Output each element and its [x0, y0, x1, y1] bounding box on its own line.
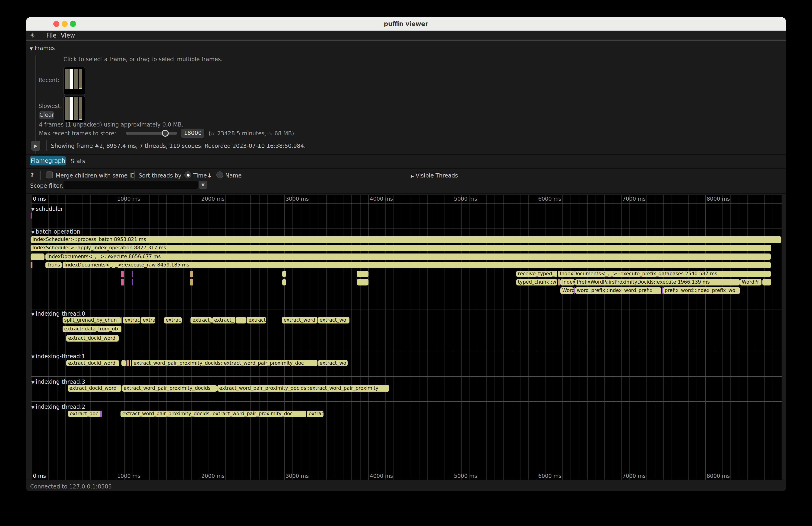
titlebar: puffin viewer [26, 17, 786, 31]
flame-bar[interactable]: Word [560, 287, 574, 294]
slider-knob[interactable] [162, 130, 169, 137]
flame-bar[interactable]: extract_doc [68, 411, 100, 417]
flame-bar[interactable]: extract::data_from_ob [62, 326, 121, 332]
scope-filter-input[interactable] [63, 181, 198, 189]
axis-line [30, 203, 786, 203]
flamegraph-canvas[interactable]: 0 ms0 ms1000 ms1000 ms2000 ms2000 ms3000… [30, 195, 786, 480]
flame-bar[interactable]: typed_chunk::w [516, 279, 557, 285]
thread-label[interactable]: ▼ indexing-thread:1 [31, 353, 85, 360]
tab-stats[interactable]: Stats [70, 158, 85, 164]
flame-bar[interactable]: Trans [45, 262, 62, 268]
menu-view[interactable]: View [61, 32, 75, 39]
flame-bar[interactable] [30, 262, 32, 268]
flame-bar[interactable]: word_prefix::index_word_prefix_ [575, 287, 662, 294]
flame-bar[interactable] [30, 212, 31, 219]
flame-bar[interactable] [132, 279, 133, 285]
flame-bar[interactable] [357, 279, 368, 285]
radio-dot [187, 174, 189, 176]
visible-threads-toggle[interactable]: ▶ Visible Threads [411, 172, 458, 179]
play-button[interactable]: ▶ [31, 141, 40, 151]
flame-bar[interactable] [762, 279, 771, 285]
recent-label: Recent: [39, 77, 60, 84]
max-frames-slider[interactable] [126, 132, 177, 135]
flame-bar[interactable] [190, 279, 193, 285]
flame-bar[interactable]: IndexDocuments<_, _>::execute 8656.677 m… [45, 253, 771, 260]
thread-label[interactable]: ▼ indexing-thread:3 [31, 379, 85, 385]
flame-bar[interactable]: extract_word_pair_proximity_docids::extr… [132, 360, 317, 366]
theme-toggle-icon[interactable]: ☀ [30, 32, 35, 39]
flame-bar[interactable]: extract_docid_word [66, 360, 119, 366]
flame-bar[interactable]: WordPr [740, 279, 762, 285]
max-frames-value[interactable]: 18000 [181, 129, 204, 138]
sort-time-label[interactable]: Time [193, 172, 207, 179]
flame-bar[interactable]: extract_word [282, 317, 317, 323]
flame-bar[interactable] [126, 360, 129, 366]
clear-frames-button[interactable]: Clear [39, 111, 54, 119]
sort-name-label[interactable]: Name [225, 172, 242, 179]
flame-bar[interactable] [662, 287, 663, 294]
flame-bar[interactable]: split_grenad_by_chun [62, 317, 121, 323]
flame-bar[interactable] [123, 271, 124, 277]
flame-bar[interactable] [132, 271, 133, 277]
clear-filter-button[interactable]: x [199, 181, 207, 189]
window-title: puffin viewer [26, 17, 786, 31]
flame-bar[interactable] [121, 360, 126, 366]
flame-bar[interactable]: extract_word_pair_proximity_docids::extr… [217, 385, 389, 391]
flame-bar[interactable]: extract_ [212, 317, 235, 323]
flame-bar[interactable]: receive_typed_ [516, 271, 557, 277]
flame-bar[interactable]: extract_word_pair_proximity_docids::extr… [120, 411, 306, 417]
flame-bar[interactable] [123, 279, 124, 285]
help-button[interactable]: ? [31, 172, 34, 178]
tab-flamegraph[interactable]: Flamegraph [30, 156, 66, 165]
frames-section-header[interactable]: ▼ Frames [30, 45, 55, 52]
axis-tick-label: 5000 ms [454, 195, 477, 202]
flame-bar[interactable]: IndexDocuments<_, _>::execute_prefix_dat… [558, 271, 771, 277]
menu-file[interactable]: File [46, 32, 57, 39]
flame-bar[interactable]: extrac [307, 411, 323, 417]
flame-bar[interactable]: extract_docid_word [66, 335, 118, 341]
flame-bar[interactable] [236, 317, 246, 323]
axis-tick-label: 1000 ms [117, 195, 140, 202]
section-separator [30, 376, 786, 377]
thread-label[interactable]: ▼ batch-operation [31, 229, 81, 235]
flame-bar[interactable]: index [560, 279, 575, 285]
thread-label[interactable]: ▼ scheduler [31, 206, 63, 212]
flame-bar[interactable] [357, 271, 368, 277]
flame-bar[interactable]: IndexScheduler>::process_batch 8953.821 … [31, 236, 781, 243]
merge-children-label[interactable]: Merge children with same ID [56, 172, 135, 179]
thread-label[interactable]: ▼ indexing-thread:0 [31, 310, 85, 317]
flame-bar[interactable] [121, 271, 123, 277]
thread-label[interactable]: ▼ indexing-thread:2 [31, 404, 85, 410]
flame-bar[interactable]: IndexScheduler>::apply_index_operation 8… [31, 245, 771, 251]
flame-bar[interactable]: extract [247, 317, 266, 323]
flame-bar[interactable] [558, 279, 560, 285]
flame-bar[interactable] [190, 271, 193, 277]
flame-bar[interactable]: extract_docid_word [68, 385, 121, 391]
flame-bar[interactable]: extract_wo [318, 317, 349, 323]
flame-bar[interactable] [31, 253, 44, 260]
flame-bar[interactable]: extra [141, 317, 155, 323]
flame-bar[interactable]: IndexDocuments<_, _>::execute_raw 8459.1… [62, 262, 771, 268]
sort-direction-arrow-icon[interactable]: ↓ [207, 172, 212, 179]
flame-bar[interactable]: extract_wo [318, 360, 348, 366]
flame-bar[interactable] [121, 279, 123, 285]
recent-frame-thumbnail[interactable] [63, 67, 85, 95]
flame-bar[interactable]: extract_ [190, 317, 212, 323]
sort-name-radio[interactable] [216, 172, 223, 178]
flame-bar[interactable] [130, 360, 131, 366]
flame-bar[interactable]: extrac [164, 317, 182, 323]
slowest-frame-thumbnail[interactable] [63, 96, 85, 122]
flame-bar[interactable]: extract [123, 317, 141, 323]
flame-bar[interactable] [121, 317, 122, 323]
scrollbar-track[interactable] [782, 195, 786, 480]
flame-bar[interactable]: extract_word_pair_proximity_docids [122, 385, 217, 391]
flame-bar[interactable] [282, 279, 286, 285]
frame-bar [69, 97, 73, 120]
flame-bar[interactable]: prefix_word::index_prefix_wo [663, 287, 740, 294]
flame-bar[interactable] [100, 411, 102, 417]
flame-bar[interactable] [574, 287, 575, 294]
sort-time-radio[interactable] [185, 172, 191, 178]
merge-children-checkbox[interactable] [46, 172, 53, 178]
flame-bar[interactable] [282, 271, 286, 277]
flame-bar[interactable]: PrefixWordPairsProximityDocids::execute … [575, 279, 739, 285]
